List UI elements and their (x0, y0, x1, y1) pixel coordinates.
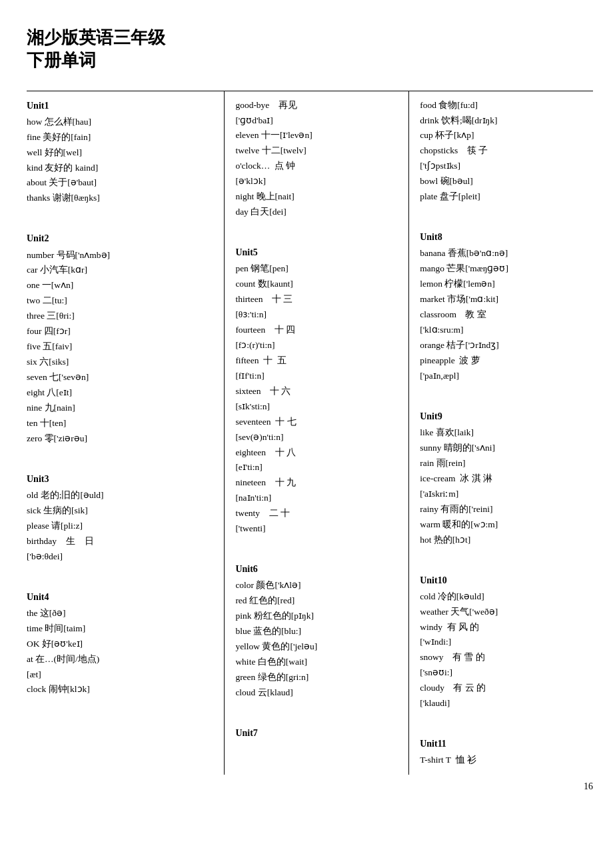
word-entry: ['ɡʊd'baɪ] (235, 113, 398, 129)
word-entry: number 号码['nʌmbə] (27, 248, 213, 263)
word-entry: thirteen 十 三 (235, 292, 398, 307)
word-entry: [ə'klɔk] (235, 174, 398, 189)
word-entry: how 怎么样[hau] (27, 115, 213, 130)
word-entry: color 颜色['kʌlə] (235, 578, 398, 593)
word-entry: nine 九[nain] (27, 401, 213, 416)
word-entry: ['aɪskriːm] (420, 487, 582, 502)
word-entry: please 请[pli:z] (27, 519, 213, 534)
page-number: 16 (27, 781, 593, 792)
word-entry: nineteen 十 九 (235, 475, 398, 491)
word-entry: orange 桔子['ɔrɪndʒ] (420, 338, 582, 353)
word-entry: plate 盘子[pleit] (420, 189, 582, 205)
word-entry: ['wɪndi:] (420, 635, 582, 650)
word-entry: hot 热的[hɔt] (420, 533, 582, 548)
word-entry: eight 八[eɪt] (27, 385, 213, 401)
word-entry: ['twenti] (235, 521, 398, 537)
word-entry: well 好的[wel] (27, 145, 213, 161)
word-entry: night 晚上[nait] (235, 189, 398, 205)
word-entry: pen 钢笔[pen] (235, 261, 398, 277)
word-entry: birthday 生 日 (27, 534, 213, 549)
word-entry: snowy 有 雪 的 (420, 650, 582, 665)
word-entry: OK 好[əʊ'keɪ] (27, 637, 213, 652)
word-entry: bowl 碗[bəul] (420, 174, 582, 189)
unit5-title: Unit5 (235, 245, 398, 260)
word-entry: red 红色的[red] (235, 593, 398, 609)
word-entry: count 数[kaunt] (235, 277, 398, 292)
word-entry: old 老的;旧的[əuld] (27, 488, 213, 503)
unit3-title: Unit3 (27, 471, 213, 487)
word-entry: one 一[wʌn] (27, 278, 213, 293)
title-line2: 下册单词 (27, 50, 96, 70)
word-entry: [eɪ'ti:n] (235, 460, 398, 475)
word-entry: eleven 十一[ɪ'levən] (235, 128, 398, 143)
word-entry: ten 十[ten] (27, 416, 213, 431)
word-entry: two 二[tu:] (27, 293, 213, 309)
word-entry: cold 冷的[kəuld] (420, 589, 582, 605)
word-entry: sunny 晴朗的['sʌni] (420, 441, 582, 456)
word-entry: six 六[siks] (27, 355, 213, 370)
word-entry: blue 蓝色的[blu:] (235, 624, 398, 639)
word-entry: pineapple 波 萝 (420, 353, 582, 369)
word-entry: fourteen 十 四 (235, 323, 398, 338)
word-entry: green 绿色的[gri:n] (235, 670, 398, 685)
content-columns: Unit1 how 怎么样[hau] fine 美好的[fain] well 好… (27, 91, 593, 775)
word-entry: [θɜ:'ti:n] (235, 307, 398, 323)
word-entry: like 喜欢[laik] (420, 425, 582, 441)
word-entry: zero 零['ziərəu] (27, 431, 213, 447)
unit4-title: Unit4 (27, 589, 213, 605)
word-entry: white 白色的[wait] (235, 655, 398, 670)
word-entry: about 关于[ə'baut] (27, 175, 213, 191)
word-entry: ['paɪn,æpl] (420, 369, 582, 384)
word-entry: three 三[θri:] (27, 309, 213, 324)
column-3: food 食物[fu:d] drink 饮料;喝[drɪŋk] cup 杯子[k… (409, 91, 593, 775)
unit9-title: Unit9 (420, 409, 582, 424)
word-entry: T-shirt T 恤 衫 (420, 753, 582, 768)
unit8-title: Unit8 (420, 229, 582, 245)
word-entry: ['klɑ:sru:m] (420, 323, 582, 338)
column-2: good-bye 再见 ['ɡʊd'baɪ] eleven 十一[ɪ'levən… (225, 91, 409, 775)
word-entry: eighteen 十 八 (235, 445, 398, 461)
word-entry: at 在…(时间/地点) (27, 652, 213, 667)
word-entry: good-bye 再见 (235, 98, 398, 113)
word-entry: kind 友好的 kaind] (27, 161, 213, 176)
word-entry: sick 生病的[sik] (27, 503, 213, 519)
word-entry: o'clock… 点 钟 (235, 159, 398, 174)
word-entry: [æt] (27, 667, 213, 683)
unit6-title: Unit6 (235, 561, 398, 577)
word-entry: fifteen 十 五 (235, 353, 398, 369)
word-entry: [naɪn'ti:n] (235, 491, 398, 506)
unit10-title: Unit10 (420, 573, 582, 588)
word-entry: rainy 有雨的['reini] (420, 502, 582, 517)
word-entry: ['bə:θdei] (27, 549, 213, 565)
word-entry: cloudy 有 云 的 (420, 681, 582, 696)
word-entry: weather 天气['weðə] (420, 605, 582, 620)
word-entry: the 这[ðə] (27, 606, 213, 621)
word-entry: time 时间[taim] (27, 621, 213, 637)
page-title: 湘少版英语三年级 下册单词 (27, 27, 593, 72)
word-entry: ['klaudi] (420, 696, 582, 711)
word-entry: food 食物[fu:d] (420, 98, 582, 113)
word-entry: drink 饮料;喝[drɪŋk] (420, 113, 582, 129)
word-entry: twenty 二 十 (235, 506, 398, 521)
word-entry: ice-cream 冰 淇 淋 (420, 471, 582, 487)
word-entry: day 白天[dei] (235, 205, 398, 220)
word-entry: rain 雨[rein] (420, 456, 582, 471)
word-entry: windy 有 风 的 (420, 620, 582, 635)
column-1: Unit1 how 怎么样[hau] fine 美好的[fain] well 好… (27, 91, 225, 775)
unit7-title: Unit7 (235, 725, 398, 741)
word-entry: five 五[faiv] (27, 339, 213, 355)
page-container: 湘少版英语三年级 下册单词 Unit1 how 怎么样[hau] fine 美好… (27, 27, 593, 792)
word-entry: seventeen 十 七 (235, 415, 398, 430)
unit1-title: Unit1 (27, 98, 213, 113)
word-entry: cup 杯子[kʌp] (420, 128, 582, 143)
title-line1: 湘少版英语三年级 (27, 27, 165, 47)
word-entry: pink 粉红色的[pɪŋk] (235, 609, 398, 624)
word-entry: mango 芒果['mæŋɡəʊ] (420, 261, 582, 277)
word-entry: lemon 柠檬['lemən] (420, 277, 582, 292)
word-entry: seven 七['sevən] (27, 370, 213, 385)
word-entry: [fɔ:(r)'ti:n] (235, 338, 398, 353)
word-entry: banana 香蕉[bə'nɑ:nə] (420, 246, 582, 261)
word-entry: cloud 云[klaud] (235, 685, 398, 701)
word-entry: chopsticks 筷 子 (420, 143, 582, 159)
word-entry: ['snəʊi:] (420, 665, 582, 681)
